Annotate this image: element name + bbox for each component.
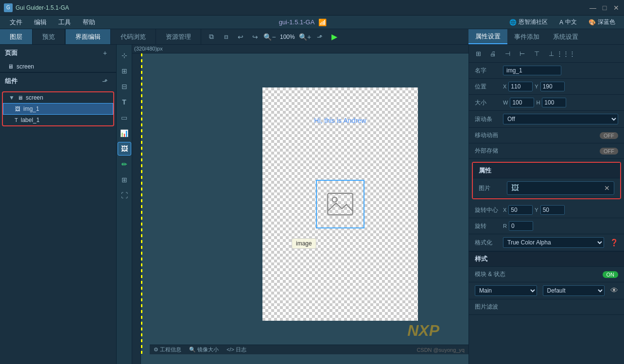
prop-icon-align-center[interactable]: ⊢ [516, 48, 528, 59]
zoom-out-btn[interactable]: 🔍− [263, 32, 276, 42]
module-toggle-label[interactable]: ON [603, 271, 619, 278]
tool-rect[interactable]: ▭ [118, 111, 131, 124]
run-btn[interactable]: ▶ [328, 32, 341, 42]
rc-y-input[interactable] [540, 205, 565, 215]
components-label: 组件 [5, 77, 17, 86]
w-label: W [503, 100, 508, 105]
ruler-marker [141, 53, 142, 354]
canvas-frame[interactable]: Hi, this is Andrew [262, 87, 418, 321]
rc-x-input[interactable] [508, 205, 533, 215]
components-header: 组件 ⬏ [0, 73, 116, 89]
format-help-icon[interactable]: ❓ [610, 239, 618, 246]
comp-label1[interactable]: T label_1 [3, 115, 113, 125]
rotate-label: 旋转 [475, 222, 499, 230]
tab-preview[interactable]: 预览 [33, 29, 65, 44]
prop-size-row: 大小 W H [469, 95, 624, 111]
tool-align[interactable]: ⊞ [118, 64, 131, 78]
menu-help[interactable]: 帮助 [77, 16, 101, 29]
maximize-button[interactable]: □ [601, 4, 608, 12]
prop-icon-distribute[interactable]: ⊥ [545, 48, 557, 59]
prop-icon-print[interactable]: 🖨 [486, 48, 499, 59]
signal-icon: 📶 [318, 18, 327, 26]
tab-code-browse[interactable]: 代码浏览 [111, 29, 156, 44]
export-btn[interactable]: ⬏ [313, 32, 326, 42]
prop-ext-storage-row: 外部存储 OFF [469, 143, 624, 159]
community-link[interactable]: 🌐 恩智浦社区 [504, 16, 553, 28]
titlebar-title: Gui Guider-1.5.1-GA [16, 4, 589, 11]
paste-btn[interactable]: ⧈ [220, 32, 232, 42]
move-anim-toggle-label[interactable]: OFF [600, 132, 618, 139]
prop-module-select-row: Main Default 👁 [469, 282, 624, 299]
minimize-button[interactable]: — [589, 4, 597, 12]
expand-icon: ▼ [9, 94, 15, 101]
prop-icon-align-left[interactable]: ⊣ [501, 48, 514, 59]
watermark-credit: CSDN @suyong_yq [254, 347, 465, 353]
tab-events[interactable]: 事件添加 [507, 29, 546, 44]
tool-paint[interactable]: ✏ [118, 157, 131, 171]
img-upload-area[interactable]: 🖼 ✕ [507, 181, 614, 195]
state-eye-icon[interactable]: 👁 [610, 286, 618, 295]
format-select[interactable]: True Color Alpha True Color Indexed 8bit [503, 237, 604, 248]
menu-edit[interactable]: 编辑 [28, 16, 52, 29]
tab-resource[interactable]: 资源管理 [156, 29, 201, 44]
rotate-r-input[interactable] [509, 221, 533, 231]
tool-image[interactable]: 🖼 image [118, 142, 131, 156]
pos-x-input[interactable] [508, 82, 533, 91]
move-anim-toggle[interactable]: OFF [600, 132, 618, 139]
mirror-size-btn[interactable]: 🔍 镜像大小 [189, 346, 219, 353]
name-input[interactable] [503, 66, 561, 75]
tool-fullscreen[interactable]: ⛶ [118, 189, 131, 202]
undo-btn[interactable]: ↩ [234, 32, 247, 42]
canvas-tools: ⧉ ⧈ ↩ ↪ 🔍− 100% 🔍+ ⬏ ▶ [201, 29, 345, 44]
page-screen[interactable]: 🖥 screen [0, 61, 116, 72]
img-upload-icon: 🖼 [511, 184, 519, 192]
scroll-select[interactable]: Off On [503, 114, 618, 124]
tool-chart[interactable]: 📊 [118, 126, 131, 140]
tool-text[interactable]: T [118, 95, 131, 109]
comp-img1[interactable]: 🖼 img_1 [3, 103, 113, 115]
tab-ui-edit[interactable]: 界面编辑 [66, 29, 111, 44]
size-h-input[interactable] [542, 98, 566, 107]
label-widget[interactable]: Hi, this is Andrew [314, 117, 366, 124]
menu-tools[interactable]: 工具 [52, 16, 77, 29]
theme-selector[interactable]: 🎨 深蓝色 [584, 16, 620, 28]
tab-system[interactable]: 系统设置 [546, 29, 585, 44]
menubar-right: 🌐 恩智浦社区 A 中文 🎨 深蓝色 [504, 16, 620, 28]
menu-file[interactable]: 文件 [4, 16, 28, 29]
redo-btn[interactable]: ↪ [249, 32, 261, 42]
theme-icon: 🎨 [589, 19, 596, 26]
comp-screen[interactable]: ▼ 🖥 screen [3, 92, 113, 103]
position-xy: X Y [503, 82, 565, 91]
ext-storage-toggle-label[interactable]: OFF [600, 148, 618, 155]
log-btn[interactable]: </> 日志 [226, 346, 246, 353]
tool-select[interactable]: ⊹ [118, 49, 131, 62]
project-info-btn[interactable]: ⚙ 工程信息 [154, 346, 181, 353]
zoom-in-btn[interactable]: 🔍+ [299, 32, 312, 42]
ext-storage-toggle[interactable]: OFF [600, 148, 618, 155]
tool-grid[interactable]: ⊞ [118, 173, 131, 187]
img-clear-btn[interactable]: ✕ [604, 184, 610, 192]
state-select[interactable]: Default [543, 285, 605, 296]
module-select[interactable]: Main [475, 285, 537, 296]
pos-y-input[interactable] [540, 82, 565, 91]
language-selector[interactable]: A 中文 [555, 16, 582, 28]
module-state-toggle[interactable]: ON [603, 271, 619, 278]
image-widget[interactable] [316, 180, 364, 228]
add-page-btn[interactable]: + [99, 48, 111, 58]
prop-icon-layout[interactable]: ⊞ [472, 48, 485, 59]
canvas-coords: (320/480)px [134, 46, 163, 52]
component-tree-outline: ▼ 🖥 screen 🖼 img_1 T label_1 [2, 91, 114, 126]
size-w-input[interactable] [510, 98, 534, 107]
prop-icon-align-right[interactable]: ⊤ [530, 48, 543, 59]
export-component-btn[interactable]: ⬏ [99, 76, 111, 87]
tab-layers[interactable]: 图层 [0, 29, 33, 44]
prop-icon-more[interactable]: ⋮⋮⋮ [559, 48, 572, 59]
tab-properties[interactable]: 属性设置 [468, 29, 507, 44]
components-section: 组件 ⬏ ▼ 🖥 screen 🖼 img_1 T label_1 [0, 72, 116, 364]
tool-distribute[interactable]: ⊟ [118, 80, 131, 93]
main-tabs: 界面编辑 代码浏览 资源管理 ⧉ ⧈ ↩ ↪ 🔍− 100% 🔍+ ⬏ ▶ [66, 29, 468, 44]
copy-btn[interactable]: ⧉ [205, 32, 218, 42]
canvas-inner[interactable]: Hi, this is Andrew NXP image [141, 53, 468, 354]
prop-image-row: 图片 🖼 ✕ [473, 178, 620, 198]
close-button[interactable]: ✕ [612, 4, 620, 12]
